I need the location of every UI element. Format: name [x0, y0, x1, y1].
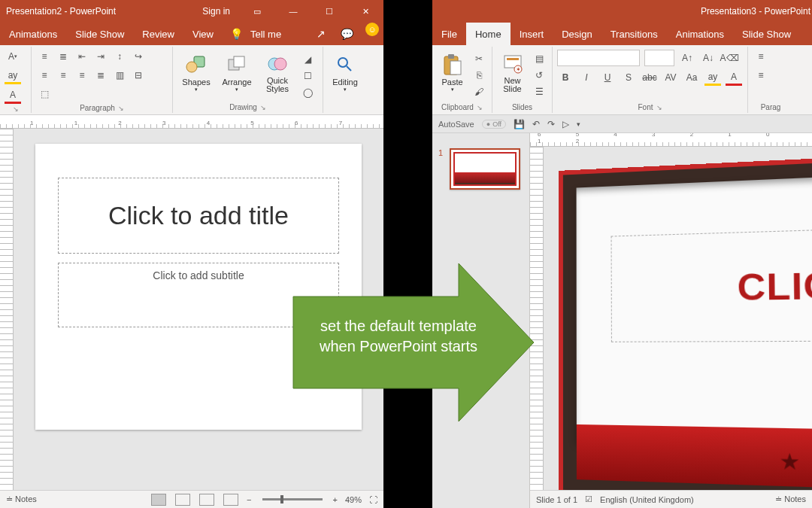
slideshow-view-icon[interactable] — [223, 494, 238, 506]
title-placeholder[interactable]: Click to add title — [58, 178, 339, 254]
text-highlight-icon[interactable]: ay — [5, 68, 21, 84]
fit-window-icon[interactable]: ⛶ — [369, 495, 377, 504]
subtitle-placeholder[interactable]: Click to add subtitle — [58, 263, 339, 327]
redo-icon[interactable]: ↷ — [547, 119, 555, 129]
dialog-launcher-icon[interactable]: ↘ — [656, 104, 662, 111]
layout-icon[interactable]: ▤ — [531, 51, 547, 66]
notes-toggle[interactable]: ≐ Notes — [6, 494, 37, 504]
tab-slideshow[interactable]: Slide Show — [66, 23, 133, 45]
clear-format-icon[interactable]: A⌫ — [721, 50, 738, 66]
new-slide-button[interactable]: ✶ New Slide — [497, 48, 528, 98]
dialog-launcher-icon[interactable]: ↘ — [13, 105, 19, 113]
dialog-launcher-icon[interactable]: ↘ — [477, 104, 483, 111]
underline-icon[interactable]: U — [599, 69, 616, 86]
signin-link[interactable]: Sign in — [195, 6, 238, 17]
tellme-bulb-icon[interactable]: 💡 — [223, 23, 250, 45]
spellcheck-icon[interactable]: ☑ — [585, 494, 592, 504]
shape-outline-icon[interactable]: ☐ — [299, 68, 316, 84]
zoom-out-icon[interactable]: − — [247, 495, 251, 504]
bullets-icon[interactable]: ≡ — [36, 48, 53, 65]
tab-view[interactable]: View — [183, 23, 223, 45]
tab-tellme[interactable]: Tell me — [250, 23, 290, 45]
tab-animations[interactable]: Animations — [667, 23, 733, 45]
bold-icon[interactable]: B — [557, 69, 574, 86]
align-text-icon[interactable]: ⊟ — [130, 67, 147, 84]
editing-button[interactable]: Editing▾ — [328, 48, 362, 98]
shadow-icon[interactable]: S — [620, 69, 637, 86]
justify-icon[interactable]: ≣ — [92, 67, 109, 84]
start-from-beginning-icon[interactable]: ▷ — [562, 119, 569, 129]
reading-view-icon[interactable] — [199, 494, 214, 506]
section-icon[interactable]: ☰ — [531, 84, 547, 99]
font-family-selector[interactable] — [557, 50, 640, 66]
zoom-slider[interactable] — [262, 498, 323, 500]
save-icon[interactable]: 💾 — [514, 119, 525, 129]
font-size-selector[interactable] — [644, 50, 674, 66]
slide-thumbnail[interactable] — [450, 148, 520, 190]
notes-toggle[interactable]: ≐ Notes — [775, 494, 806, 504]
align-center-icon[interactable]: ≡ — [55, 67, 71, 84]
font-color-icon[interactable]: A — [5, 87, 21, 104]
paste-button[interactable]: Paste▾ — [437, 48, 468, 98]
share-icon[interactable]: ↗ — [309, 23, 333, 45]
title-placeholder[interactable]: CLICK T — [611, 222, 812, 342]
align-left-icon[interactable]: ≡ — [36, 67, 53, 84]
dialog-launcher-icon[interactable]: ↘ — [260, 104, 266, 111]
increase-font-icon[interactable]: A↑ — [679, 50, 695, 66]
tab-transitions[interactable]: Transitions — [601, 23, 667, 45]
zoom-in-icon[interactable]: + — [333, 495, 338, 504]
decrease-font-icon[interactable]: A↓ — [700, 50, 717, 66]
maximize-button[interactable]: ☐ — [313, 0, 346, 23]
text-direction-icon[interactable]: ↪ — [130, 48, 147, 65]
undo-icon[interactable]: ↶ — [532, 119, 540, 129]
tab-design[interactable]: Design — [553, 23, 601, 45]
tab-review[interactable]: Review — [133, 23, 183, 45]
copy-icon[interactable]: ⎘ — [471, 68, 487, 83]
zoom-value[interactable]: 49% — [345, 495, 362, 504]
numbering-icon[interactable]: ≣ — [55, 48, 71, 65]
strikethrough-icon[interactable]: abc — [641, 69, 658, 86]
slide-canvas-area[interactable]: CLICK T ★ — [544, 147, 812, 490]
columns-icon[interactable]: ▥ — [111, 67, 128, 84]
sorter-view-icon[interactable] — [175, 494, 190, 506]
arrange-button[interactable]: Arrange▾ — [218, 48, 256, 98]
bullets-icon[interactable]: ≡ — [753, 48, 769, 65]
tab-insert[interactable]: Insert — [511, 23, 553, 45]
slide-canvas[interactable]: Click to add title Click to add subtitle — [35, 144, 362, 430]
line-spacing-icon[interactable]: ↕ — [111, 48, 128, 65]
tab-file[interactable]: File — [432, 23, 466, 45]
char-spacing-icon[interactable]: AV — [662, 69, 679, 86]
align-right-icon[interactable]: ≡ — [74, 67, 90, 84]
indent-decrease-icon[interactable]: ⇤ — [74, 48, 90, 65]
autosave-toggle[interactable]: ● Off — [482, 120, 506, 129]
align-left-icon[interactable]: ≡ — [753, 67, 769, 84]
smartart-icon[interactable]: ⬚ — [36, 86, 53, 102]
dialog-launcher-icon[interactable]: ↘ — [118, 105, 124, 112]
quick-styles-button[interactable]: Quick Styles — [259, 48, 296, 98]
format-painter-icon[interactable]: 🖌 — [471, 84, 487, 99]
tab-slideshow[interactable]: Slide Show — [733, 23, 800, 45]
language-indicator[interactable]: English (United Kingdom) — [600, 495, 694, 504]
font-control-icon[interactable]: A▾ — [5, 48, 21, 65]
comments-icon[interactable]: 💬 — [333, 23, 361, 45]
cut-icon[interactable]: ✂ — [471, 51, 487, 66]
minimize-button[interactable]: — — [277, 0, 310, 23]
close-icon[interactable]: ✕ — [349, 0, 382, 23]
star-icon: ★ — [779, 449, 800, 476]
normal-view-icon[interactable] — [151, 494, 166, 506]
change-case-icon[interactable]: Aa — [683, 69, 700, 86]
font-color-icon[interactable]: A — [726, 69, 742, 86]
ribbon-right: Paste▾ ✂ ⎘ 🖌 Clipboard↘ ✶ N — [432, 45, 812, 115]
reset-icon[interactable]: ↺ — [531, 68, 547, 83]
shapes-button[interactable]: Shapes▾ — [177, 48, 215, 98]
feedback-smiley-icon[interactable]: ☺ — [365, 23, 379, 36]
ribbon-display-options-icon[interactable]: ▭ — [241, 0, 274, 23]
shape-fill-icon[interactable]: ◢ — [299, 52, 316, 67]
italic-icon[interactable]: I — [578, 69, 595, 86]
highlight-icon[interactable]: ay — [704, 69, 721, 86]
tab-animations[interactable]: Animations — [0, 23, 66, 45]
indent-increase-icon[interactable]: ⇥ — [92, 48, 109, 65]
shape-effects-icon[interactable]: ◯ — [299, 85, 316, 100]
qat-customize-icon[interactable]: ▾ — [577, 120, 580, 128]
tab-home[interactable]: Home — [466, 23, 511, 45]
